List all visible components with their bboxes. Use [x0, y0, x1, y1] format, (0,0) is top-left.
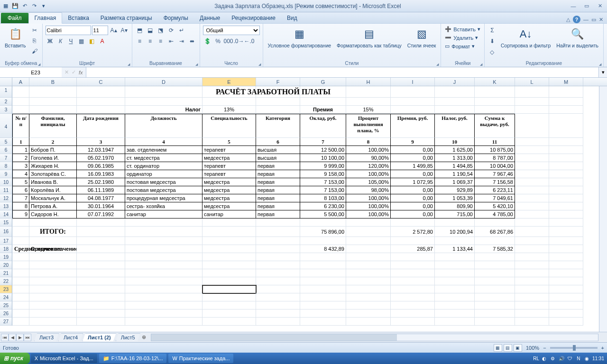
- row-header[interactable]: 8: [0, 162, 12, 170]
- sort-filter-button[interactable]: A↓Сортировка и фильтр: [499, 26, 552, 49]
- cell-L8[interactable]: [515, 162, 549, 170]
- cell-B5[interactable]: 2: [29, 138, 77, 146]
- cell-E21[interactable]: [202, 269, 256, 277]
- zoom-out-icon[interactable]: −: [543, 345, 546, 351]
- cell-G13[interactable]: 6 230,00: [300, 202, 346, 210]
- cell-D12[interactable]: процедурная медсестра: [125, 194, 202, 202]
- align-right-icon[interactable]: ≡: [156, 36, 166, 46]
- cell-J14[interactable]: 715,00: [435, 210, 475, 218]
- cell-J22[interactable]: [435, 277, 475, 285]
- cell-B3[interactable]: [29, 106, 77, 114]
- row-header[interactable]: 11: [0, 186, 12, 194]
- excel-icon[interactable]: ▦: [2, 2, 9, 10]
- cell-A10[interactable]: 5: [12, 178, 29, 186]
- row-header[interactable]: 15: [0, 218, 12, 227]
- cell-M12[interactable]: [549, 194, 583, 202]
- cell-F20[interactable]: [256, 261, 300, 269]
- format-as-table-button[interactable]: ▤Форматировать как таблицу: [335, 26, 404, 49]
- cell-B22[interactable]: [29, 277, 77, 285]
- cell-B21[interactable]: [29, 269, 77, 277]
- orientation-icon[interactable]: ⟳: [166, 26, 176, 35]
- fill-color-icon[interactable]: ◧: [87, 36, 97, 46]
- cell-F14[interactable]: первая: [256, 210, 300, 218]
- cell-H17[interactable]: [346, 237, 391, 245]
- paste-button[interactable]: 📋 Вставить: [3, 26, 28, 49]
- cell-B25[interactable]: [29, 301, 77, 309]
- cell-E14[interactable]: санитар: [202, 210, 256, 218]
- cell-J16[interactable]: 10 200,94: [435, 227, 475, 237]
- cell-F17[interactable]: [256, 237, 300, 245]
- cell-J26[interactable]: [435, 309, 475, 318]
- cell-F22[interactable]: [256, 277, 300, 285]
- cell-D13[interactable]: сестра- хозяйка: [125, 202, 202, 210]
- bold-icon[interactable]: Ж: [46, 36, 55, 46]
- cell-M17[interactable]: [549, 237, 583, 245]
- cell-C23[interactable]: [77, 285, 125, 293]
- cell-E19[interactable]: [202, 253, 256, 261]
- cell-B13[interactable]: Петрова А.: [29, 202, 77, 210]
- cell-F21[interactable]: [256, 269, 300, 277]
- cell-L14[interactable]: [515, 210, 549, 218]
- cell-F27[interactable]: [256, 318, 300, 326]
- cell-I15[interactable]: [391, 218, 435, 227]
- row-header[interactable]: 3: [0, 106, 12, 114]
- cell-A21[interactable]: [12, 269, 29, 277]
- cell-L27[interactable]: [515, 318, 549, 326]
- cell-C25[interactable]: [77, 301, 125, 309]
- sheet-nav-next-icon[interactable]: ▶: [16, 334, 24, 341]
- cell-M19[interactable]: [549, 253, 583, 261]
- cell-I12[interactable]: 0,00: [391, 194, 435, 202]
- col-header-C[interactable]: C: [77, 78, 125, 86]
- cell-J18[interactable]: 1 133,44: [435, 245, 475, 253]
- cell-B16[interactable]: ИТОГО:: [29, 227, 77, 237]
- cell-E23[interactable]: [202, 285, 256, 293]
- copy-icon[interactable]: ⎘: [30, 36, 39, 46]
- cell-D4[interactable]: Должность: [125, 114, 202, 138]
- cell-D15[interactable]: [125, 218, 202, 227]
- cell-F13[interactable]: первая: [256, 202, 300, 210]
- cell-C6[interactable]: 12.03.1947: [77, 146, 125, 154]
- col-header-H[interactable]: H: [346, 78, 391, 86]
- cell-D14[interactable]: санитар: [125, 210, 202, 218]
- cell-D21[interactable]: [125, 269, 202, 277]
- cell-H9[interactable]: 100,00%: [346, 170, 391, 178]
- cell-K18[interactable]: 7 585,32: [475, 245, 515, 253]
- sheet-nav-prev-icon[interactable]: ◀: [9, 334, 16, 341]
- cell-H3[interactable]: 15%: [346, 106, 391, 114]
- cell-D2[interactable]: [125, 98, 202, 106]
- cell-E20[interactable]: [202, 261, 256, 269]
- cell-A19[interactable]: [12, 253, 29, 261]
- cell-I9[interactable]: 0,00: [391, 170, 435, 178]
- cell-F23[interactable]: [256, 285, 300, 293]
- row-header[interactable]: 7: [0, 154, 12, 162]
- cell-B14[interactable]: Сидоров Н.: [29, 210, 77, 218]
- cell-F19[interactable]: [256, 253, 300, 261]
- cell-D26[interactable]: [125, 309, 202, 318]
- cell-H20[interactable]: [346, 261, 391, 269]
- sheet-tab[interactable]: Лист3: [34, 333, 59, 341]
- cell-K8[interactable]: 10 004,00: [475, 162, 515, 170]
- format-painter-icon[interactable]: 🖌: [30, 46, 39, 56]
- cell-M11[interactable]: [549, 186, 583, 194]
- cell-I2[interactable]: [391, 98, 435, 106]
- cell-D19[interactable]: [125, 253, 202, 261]
- cell-A15[interactable]: [12, 218, 29, 227]
- find-select-button[interactable]: 🔍Найти и выделить: [554, 26, 600, 49]
- row-header[interactable]: 4: [0, 114, 12, 138]
- cell-H5[interactable]: 8: [346, 138, 391, 146]
- cell-L21[interactable]: [515, 269, 549, 277]
- cell-I17[interactable]: [391, 237, 435, 245]
- cell-A5[interactable]: 1: [12, 138, 29, 146]
- cell-H12[interactable]: 100,00%: [346, 194, 391, 202]
- expand-formula-bar-icon[interactable]: ▾: [598, 67, 607, 77]
- cell-C11[interactable]: 06.11.1989: [77, 186, 125, 194]
- grid-rows[interactable]: 1РАСЧЁТ ЗАРАБОТНОЙ ПЛАТЫ23Налог13%Премия…: [0, 86, 607, 332]
- cell-G11[interactable]: 7 153,00: [300, 186, 346, 194]
- cell-F25[interactable]: [256, 301, 300, 309]
- cell-J2[interactable]: [435, 98, 475, 106]
- cell-M22[interactable]: [549, 277, 583, 285]
- tray-icon[interactable]: ◐: [541, 355, 548, 362]
- row-header[interactable]: 27: [0, 318, 12, 326]
- cell-C13[interactable]: 30.01.1964: [77, 202, 125, 210]
- cell-C27[interactable]: [77, 318, 125, 326]
